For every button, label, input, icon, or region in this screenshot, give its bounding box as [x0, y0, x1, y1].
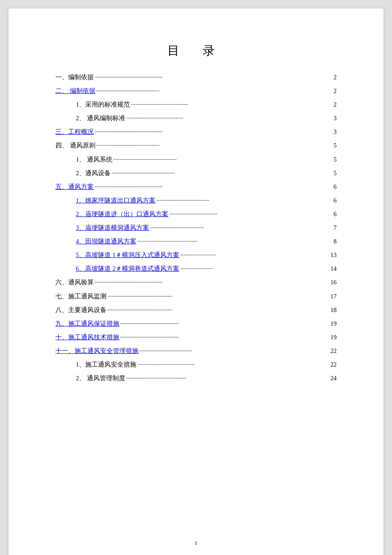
toc-page-7: 5: [334, 154, 337, 165]
toc-page-6: 5: [334, 140, 337, 151]
toc-page-8: 5: [334, 168, 337, 179]
toc-label-16: 六、通风验算: [55, 277, 94, 288]
toc-page-19: 19: [331, 318, 337, 329]
toc-label-5[interactable]: 三、工程概况: [55, 126, 94, 137]
toc-dots-12: ···································: [149, 222, 334, 233]
page-title: 目 录: [55, 43, 337, 59]
toc-dots-20: ······································: [119, 332, 331, 343]
toc-dots-1: ········································…: [94, 72, 334, 83]
toc-label-23: 2、 通风管理制度: [76, 373, 125, 384]
toc-item-6: 四、 通风原则·································…: [55, 140, 337, 151]
toc-item-9: 五、通风方案··································…: [55, 181, 337, 192]
toc-label-1: 一、编制依据: [55, 72, 94, 83]
toc-dots-15: ·····················: [179, 263, 330, 274]
toc-dots-23: ·······································: [125, 373, 331, 384]
toc-dots-18: ········································…: [107, 304, 331, 315]
toc-label-20[interactable]: 十、施工通风技术措施: [55, 332, 119, 343]
toc-page-16: 16: [331, 277, 337, 288]
toc-dots-10: ··································: [156, 195, 334, 206]
toc-page-23: 24: [331, 373, 337, 384]
toc-item-21: 十一、施工通风安全管理措施···························…: [55, 345, 337, 356]
toc-label-2[interactable]: 二、 编制依据: [55, 85, 95, 96]
toc-item-23: 2、 通风管理制度·······························…: [55, 373, 337, 384]
toc-page-10: 6: [334, 195, 337, 206]
toc-page-3: 2: [334, 99, 337, 110]
toc-dots-6: ········································…: [95, 140, 334, 151]
toc-item-20: 十、施工通风技术措施······························…: [55, 332, 337, 343]
toc-dots-17: ········································…: [107, 291, 331, 302]
toc-dots-2: ········································…: [95, 85, 334, 96]
toc-item-3: 1、采用的标准规范·······························…: [55, 99, 337, 110]
toc-dots-19: ······································: [119, 318, 331, 329]
toc-dots-22: ·····································: [136, 359, 330, 370]
toc-dots-21: ··································: [138, 345, 331, 356]
toc-page-11: 6: [334, 208, 337, 220]
toc-item-19: 九、施工通风保证措施······························…: [55, 318, 337, 329]
toc-dots-14: ·······················: [179, 249, 330, 260]
toc-label-19[interactable]: 九、施工通风保证措施: [55, 318, 119, 329]
toc-item-2: 二、 编制依据·································…: [55, 85, 337, 96]
toc-item-22: 1、施工通风安全措施······························…: [55, 359, 337, 370]
toc-page-22: 22: [331, 359, 337, 370]
toc-label-22: 1、施工通风安全措施: [76, 359, 136, 370]
toc-label-18: 八、主要通风设备: [55, 304, 107, 315]
footer-page-number: 1: [195, 540, 198, 546]
toc-label-8: 2、通风设备: [76, 168, 111, 179]
toc-label-21[interactable]: 十一、施工通风安全管理措施: [55, 345, 138, 356]
toc-label-7: 1、 通风系统: [76, 154, 112, 165]
toc-dots-16: ········································…: [94, 277, 331, 288]
toc-item-14: 5、高坡隧道 1＃横洞压入式通风方案······················…: [55, 249, 337, 260]
toc-label-15[interactable]: 6、高坡隧道 2＃横洞巷道式通风方案: [76, 263, 179, 274]
toc-dots-3: ·····································: [130, 99, 334, 110]
toc-dots-4: ·····································: [125, 113, 334, 124]
toc-label-12[interactable]: 3、庙埂隧道横洞通风方案: [76, 222, 149, 233]
toc-page-12: 7: [334, 222, 337, 233]
toc-item-10: 1、姚家坪隧道出口通风方案···························…: [55, 195, 337, 206]
page-footer: 1: [9, 540, 383, 546]
toc-label-3: 1、采用的标准规范: [76, 99, 130, 110]
toc-label-17: 七、施工通风监测: [55, 291, 107, 302]
toc-page-14: 13: [331, 249, 337, 260]
toc-label-10[interactable]: 1、姚家坪隧道出口通风方案: [76, 195, 156, 206]
toc-item-17: 七、施工通风监测································…: [55, 291, 337, 302]
toc-page-18: 18: [331, 304, 337, 315]
toc-item-12: 3、庙埂隧道横洞通风方案····························…: [55, 222, 337, 233]
document-page: 目 录 一、编制依据······························…: [9, 9, 383, 555]
toc-item-8: 2、通风设备··································…: [55, 168, 337, 179]
toc-list: 一、编制依据··································…: [55, 72, 337, 384]
toc-label-13[interactable]: 4、田坝隧道通风方案: [76, 236, 136, 247]
toc-item-13: 4、田坝隧道通风方案······························…: [55, 236, 337, 247]
toc-dots-5: ········································…: [94, 126, 334, 137]
toc-page-4: 3: [334, 113, 337, 124]
toc-dots-9: ········································…: [94, 181, 334, 192]
toc-item-7: 1、 通风系统·································…: [55, 154, 337, 165]
toc-label-11[interactable]: 2、庙埂隧道进（出）口通风方案: [76, 208, 168, 220]
toc-label-9[interactable]: 五、通风方案: [55, 181, 94, 192]
toc-page-1: 2: [334, 72, 337, 83]
toc-item-16: 六、通风验算··································…: [55, 277, 337, 288]
toc-label-4: 2、 通风编制标准: [76, 113, 125, 124]
toc-dots-8: ········································…: [111, 168, 334, 179]
toc-page-2: 2: [334, 85, 337, 96]
toc-dots-13: ·······································: [136, 236, 334, 247]
toc-page-15: 14: [331, 263, 337, 274]
toc-item-11: 2、庙埂隧道进（出）口通风方案·························…: [55, 208, 337, 220]
toc-page-9: 6: [334, 181, 337, 192]
toc-page-17: 17: [331, 291, 337, 302]
toc-page-13: 8: [334, 236, 337, 247]
toc-item-1: 一、编制依据··································…: [55, 72, 337, 83]
toc-item-15: 6、高坡隧道 2＃横洞巷道式通风方案·····················1…: [55, 263, 337, 274]
toc-item-5: 三、工程概况··································…: [55, 126, 337, 137]
toc-dots-7: ········································…: [112, 154, 334, 165]
toc-page-5: 3: [334, 126, 337, 137]
toc-item-18: 八、主要通风设备································…: [55, 304, 337, 315]
toc-label-14[interactable]: 5、高坡隧道 1＃横洞压入式通风方案: [76, 249, 179, 260]
toc-page-21: 22: [331, 345, 337, 356]
toc-dots-11: ·······························: [168, 208, 334, 220]
toc-label-6: 四、 通风原则: [55, 140, 95, 151]
toc-page-20: 19: [331, 332, 337, 343]
toc-item-4: 2、 通风编制标准·······························…: [55, 113, 337, 124]
